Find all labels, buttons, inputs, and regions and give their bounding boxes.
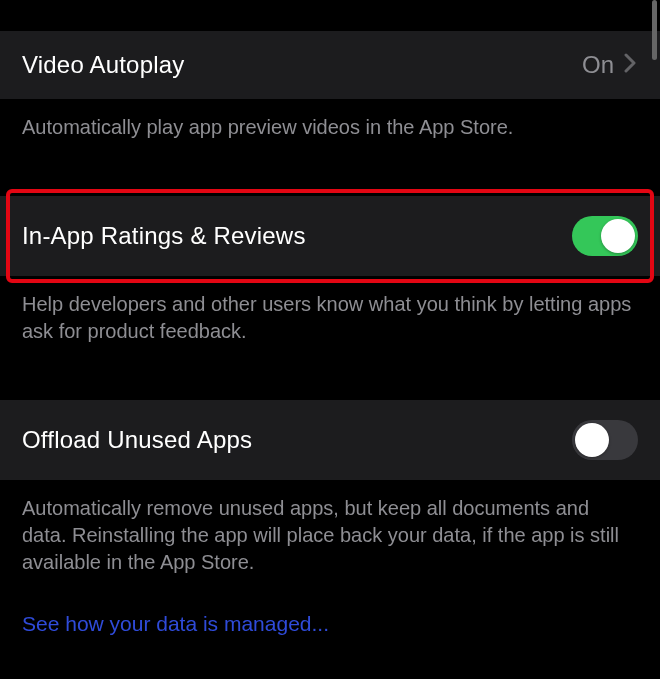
in-app-ratings-title: In-App Ratings & Reviews: [22, 222, 306, 250]
data-management-link[interactable]: See how your data is managed...: [0, 612, 660, 656]
offload-unused-apps-title: Offload Unused Apps: [22, 426, 252, 454]
in-app-ratings-row: In-App Ratings & Reviews: [0, 195, 660, 277]
video-autoplay-footer: Automatically play app preview videos in…: [0, 100, 660, 177]
offload-unused-apps-row: Offload Unused Apps: [0, 399, 660, 481]
toggle-knob-icon: [575, 423, 609, 457]
video-autoplay-value: On: [582, 51, 614, 79]
toggle-knob-icon: [601, 219, 635, 253]
chevron-right-icon: [624, 53, 638, 78]
scrollbar[interactable]: [652, 0, 657, 60]
video-autoplay-right: On: [582, 51, 638, 79]
video-autoplay-row[interactable]: Video Autoplay On: [0, 30, 660, 100]
offload-unused-apps-footer: Automatically remove unused apps, but ke…: [0, 481, 660, 612]
offload-unused-apps-toggle[interactable]: [572, 420, 638, 460]
in-app-ratings-toggle[interactable]: [572, 216, 638, 256]
video-autoplay-title: Video Autoplay: [22, 51, 185, 79]
in-app-ratings-footer: Help developers and other users know wha…: [0, 277, 660, 381]
